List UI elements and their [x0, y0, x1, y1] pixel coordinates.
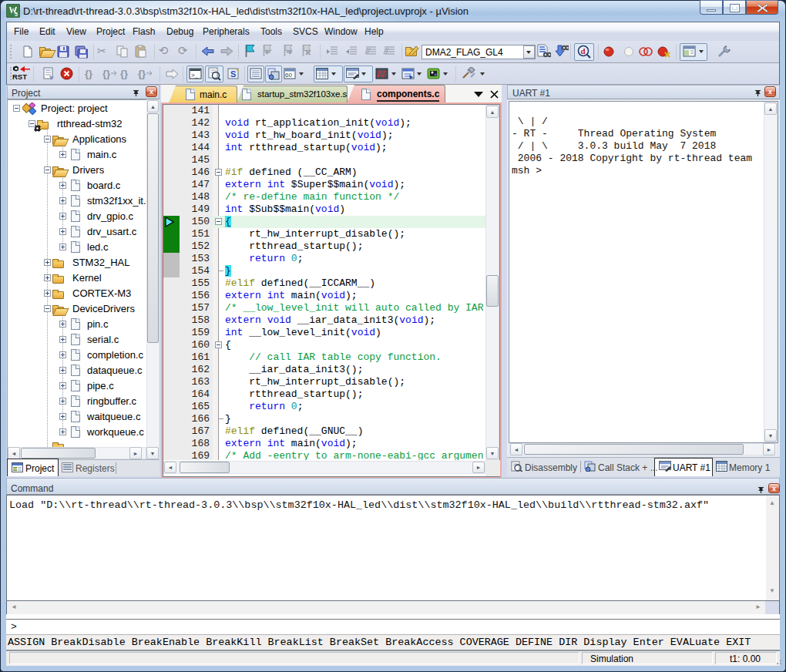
svg-text:d: d [581, 46, 586, 55]
svg-text:60: 60 [285, 72, 292, 79]
svg-text:5: 5 [15, 12, 18, 17]
svg-text:RST: RST [12, 72, 27, 81]
svg-text:S: S [230, 69, 236, 79]
svg-text:>_: >_ [191, 72, 199, 79]
